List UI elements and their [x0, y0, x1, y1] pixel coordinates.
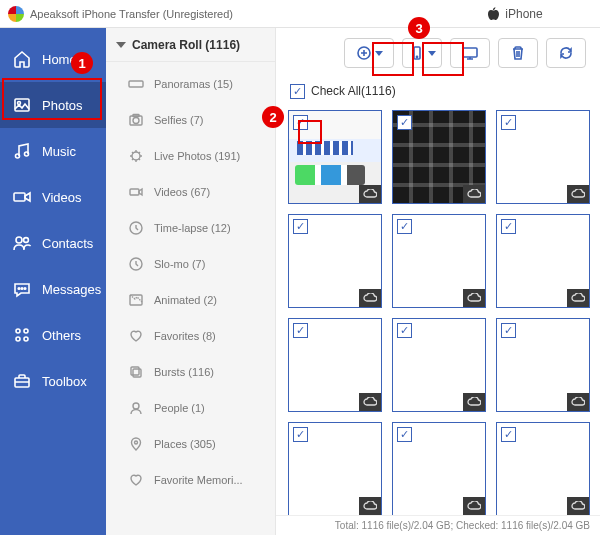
toolbar — [276, 28, 600, 78]
svg-rect-31 — [463, 48, 477, 57]
album-item[interactable]: People (1) — [106, 390, 275, 426]
chevron-down-icon — [375, 51, 383, 56]
album-item[interactable]: Time-lapse (12) — [106, 210, 275, 246]
cloud-icon — [359, 497, 381, 515]
svg-point-5 — [16, 237, 22, 243]
sidebar-label: Home — [42, 52, 77, 67]
album-item-label: People (1) — [154, 402, 205, 414]
thumbnail-checkbox[interactable]: ✓ — [397, 427, 412, 442]
photo-thumbnail[interactable]: ✓ — [496, 422, 590, 515]
cloud-icon — [567, 393, 589, 411]
album-item[interactable]: Bursts (116) — [106, 354, 275, 390]
refresh-button[interactable] — [546, 38, 586, 68]
svg-rect-24 — [131, 367, 139, 375]
sidebar-label: Toolbox — [42, 374, 87, 389]
photo-thumbnail[interactable]: ✓ — [288, 214, 382, 308]
thumbnail-checkbox[interactable]: ✓ — [293, 427, 308, 442]
status-text: Total: 1116 file(s)/2.04 GB; Checked: 11… — [335, 520, 590, 531]
svg-rect-15 — [129, 81, 143, 87]
sidebar-label: Contacts — [42, 236, 93, 251]
album-item-icon — [128, 112, 144, 128]
photo-thumbnail[interactable]: ✓ — [392, 422, 486, 515]
photo-thumbnail[interactable]: ✓ — [288, 422, 382, 515]
toolbox-icon — [12, 371, 32, 391]
svg-point-3 — [25, 152, 29, 156]
svg-point-2 — [16, 154, 20, 158]
thumbnail-checkbox[interactable]: ✓ — [501, 323, 516, 338]
sidebar-item-contacts[interactable]: Contacts — [0, 220, 106, 266]
photo-thumbnail[interactable]: ✓ — [392, 214, 486, 308]
thumbnail-checkbox[interactable]: ✓ — [501, 219, 516, 234]
album-item-label: Time-lapse (12) — [154, 222, 231, 234]
album-item[interactable]: Panoramas (15) — [106, 66, 275, 102]
delete-button[interactable] — [498, 38, 538, 68]
album-item-label: Favorites (8) — [154, 330, 216, 342]
photo-thumbnail[interactable]: ✓ — [392, 110, 486, 204]
album-item-label: Places (305) — [154, 438, 216, 450]
cloud-icon — [567, 497, 589, 515]
svg-point-17 — [133, 118, 139, 124]
add-button[interactable] — [344, 38, 394, 68]
photo-thumbnail[interactable]: ✓ — [288, 110, 382, 204]
title-bar: Apeaksoft iPhone Transfer (Unregistered)… — [0, 0, 600, 28]
cloud-icon — [359, 185, 381, 203]
sidebar: Home Photos Music Videos Contacts Messag… — [0, 28, 106, 535]
sidebar-item-videos[interactable]: Videos — [0, 174, 106, 220]
sidebar-item-messages[interactable]: Messages — [0, 266, 106, 312]
album-item-icon — [128, 256, 144, 272]
photo-thumbnail[interactable]: ✓ — [288, 318, 382, 412]
content-area: ✓ Check All(1116) ✓✓✓✓✓✓✓✓✓✓✓✓ Total: 11… — [276, 28, 600, 535]
svg-point-9 — [24, 288, 26, 290]
sidebar-item-music[interactable]: Music — [0, 128, 106, 174]
sidebar-item-others[interactable]: Others — [0, 312, 106, 358]
album-item-icon — [128, 76, 144, 92]
app-title: Apeaksoft iPhone Transfer (Unregistered) — [30, 8, 233, 20]
photo-thumbnail[interactable]: ✓ — [496, 110, 590, 204]
album-item-label: Bursts (116) — [154, 366, 214, 378]
album-item-label: Selfies (7) — [154, 114, 204, 126]
app-logo-icon — [8, 6, 24, 22]
sidebar-label: Others — [42, 328, 81, 343]
thumbnail-checkbox[interactable]: ✓ — [293, 219, 308, 234]
svg-rect-20 — [130, 189, 139, 195]
thumbnail-checkbox[interactable]: ✓ — [293, 323, 308, 338]
sidebar-item-home[interactable]: Home — [0, 36, 106, 82]
album-item-label: Live Photos (191) — [154, 150, 240, 162]
svg-point-6 — [24, 238, 29, 243]
thumbnail-checkbox[interactable]: ✓ — [501, 427, 516, 442]
check-all-label: Check All(1116) — [311, 84, 396, 98]
home-icon — [12, 49, 32, 69]
sidebar-item-toolbox[interactable]: Toolbox — [0, 358, 106, 404]
export-to-pc-button[interactable] — [450, 38, 490, 68]
thumbnail-checkbox[interactable]: ✓ — [397, 115, 412, 130]
photo-thumbnail[interactable]: ✓ — [392, 318, 486, 412]
album-header[interactable]: Camera Roll (1116) — [106, 28, 275, 62]
apple-icon — [487, 7, 499, 21]
cloud-icon — [359, 289, 381, 307]
photo-thumbnail[interactable]: ✓ — [496, 318, 590, 412]
album-item[interactable]: Slo-mo (7) — [106, 246, 275, 282]
album-item[interactable]: Favorite Memori... — [106, 462, 275, 498]
album-item[interactable]: Selfies (7) — [106, 102, 275, 138]
album-item[interactable]: Places (305) — [106, 426, 275, 462]
status-bar: Total: 1116 file(s)/2.04 GB; Checked: 11… — [276, 515, 600, 535]
photo-thumbnail[interactable]: ✓ — [496, 214, 590, 308]
export-to-device-button[interactable] — [402, 38, 442, 68]
album-item-icon — [128, 220, 144, 236]
device-indicator[interactable]: iPhone — [430, 7, 600, 21]
album-item[interactable]: Favorites (8) — [106, 318, 275, 354]
album-item[interactable]: Live Photos (191) — [106, 138, 275, 174]
album-item[interactable]: Videos (67) — [106, 174, 275, 210]
thumbnail-checkbox[interactable]: ✓ — [397, 323, 412, 338]
album-item-label: Animated (2) — [154, 294, 217, 306]
album-item[interactable]: Animated (2) — [106, 282, 275, 318]
thumbnail-checkbox[interactable]: ✓ — [501, 115, 516, 130]
check-all-checkbox[interactable]: ✓ — [290, 84, 305, 99]
thumbnail-checkbox[interactable]: ✓ — [293, 115, 308, 130]
album-item-icon — [128, 184, 144, 200]
check-all-row[interactable]: ✓ Check All(1116) — [276, 78, 600, 104]
cloud-icon — [463, 393, 485, 411]
others-icon — [12, 325, 32, 345]
thumbnail-checkbox[interactable]: ✓ — [397, 219, 412, 234]
sidebar-item-photos[interactable]: Photos — [0, 82, 106, 128]
